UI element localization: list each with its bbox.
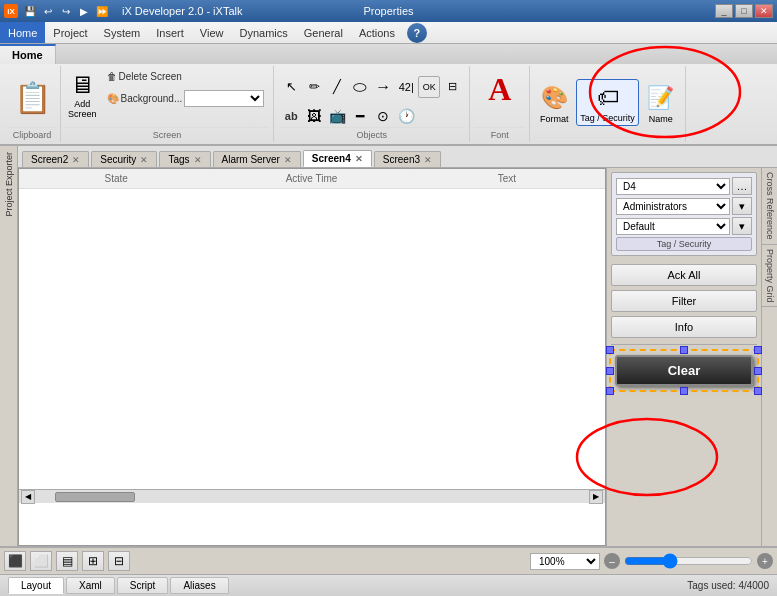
- ellipse-btn[interactable]: ⬭: [349, 76, 371, 98]
- clock-btn[interactable]: 🕐: [395, 105, 417, 127]
- menu-home[interactable]: Home: [0, 22, 45, 43]
- property-grid-label[interactable]: Property Grid: [762, 245, 777, 308]
- ts-more-btn[interactable]: …: [732, 177, 752, 195]
- menu-system[interactable]: System: [96, 22, 149, 43]
- handle-tm[interactable]: [680, 346, 688, 354]
- tab-screen4-close[interactable]: ✕: [355, 154, 363, 164]
- status-bar: Layout Xaml Script Aliases Tags used: 4/…: [0, 574, 777, 596]
- info-btn[interactable]: Info: [611, 316, 757, 338]
- align-center-btn[interactable]: ⬜: [30, 551, 52, 571]
- tab-security[interactable]: Security ✕: [91, 151, 157, 167]
- cursor-btn[interactable]: ↖: [280, 76, 302, 98]
- add-screen-btn[interactable]: 🖥 AddScreen: [65, 68, 100, 122]
- format-buttons: 🎨 Format 🏷 Tag / Security 📝 Name: [534, 68, 681, 137]
- project-exporter-label[interactable]: Project Exporter: [2, 150, 16, 219]
- numpad-btn[interactable]: 42|: [395, 76, 417, 98]
- format-btn[interactable]: 🎨 Format: [534, 79, 574, 127]
- extra-btn[interactable]: ⊟: [108, 551, 130, 571]
- lineh-btn[interactable]: ━: [349, 105, 371, 127]
- tab-security-close[interactable]: ✕: [140, 155, 148, 165]
- scroll-left[interactable]: ◀: [21, 490, 35, 504]
- title-bar: iX 💾 ↩ ↪ ▶ ⏩ iX Developer 2.0 - iXTalk P…: [0, 0, 777, 22]
- status-tab-xaml[interactable]: Xaml: [66, 577, 115, 594]
- menu-dynamics[interactable]: Dynamics: [231, 22, 295, 43]
- restore-btn[interactable]: □: [735, 4, 753, 18]
- tab-screen3[interactable]: Screen3 ✕: [374, 151, 441, 167]
- zoom-in-btn[interactable]: +: [757, 553, 773, 569]
- tab-screen4[interactable]: Screen4 ✕: [303, 150, 372, 167]
- tab-screen2-label: Screen2: [31, 154, 68, 165]
- tab-tags-close[interactable]: ✕: [194, 155, 202, 165]
- run-btn[interactable]: ▶: [76, 4, 92, 18]
- status-tab-script[interactable]: Script: [117, 577, 169, 594]
- handle-br[interactable]: [754, 387, 762, 395]
- dial-btn[interactable]: ⊙: [372, 105, 394, 127]
- screen-icon: 🖥: [70, 71, 94, 99]
- font-btn[interactable]: A: [474, 68, 525, 111]
- scrollbar-thumb-h[interactable]: [55, 492, 135, 502]
- bg-select[interactable]: [184, 90, 264, 107]
- more-btn[interactable]: ⊞: [82, 551, 104, 571]
- handle-bm[interactable]: [680, 387, 688, 395]
- clear-btn[interactable]: Clear: [615, 355, 753, 386]
- cross-reference-label[interactable]: Cross Reference: [762, 168, 777, 245]
- redo-btn[interactable]: ↪: [58, 4, 74, 18]
- monitor-btn[interactable]: 📺: [326, 105, 348, 127]
- ts-select-admin[interactable]: Administrators: [616, 198, 730, 215]
- line-btn[interactable]: ╱: [326, 76, 348, 98]
- ts-select-d4[interactable]: D4: [616, 178, 730, 195]
- pencil-btn[interactable]: ✏: [303, 76, 325, 98]
- tab-screen2-close[interactable]: ✕: [72, 155, 80, 165]
- scroll-right[interactable]: ▶: [589, 490, 603, 504]
- textbox-btn[interactable]: ab: [280, 105, 302, 127]
- handle-mr[interactable]: [754, 367, 762, 375]
- status-tab-aliases[interactable]: Aliases: [170, 577, 228, 594]
- slider-h-btn[interactable]: ⊟: [441, 76, 463, 98]
- debug-btn[interactable]: ⏩: [94, 4, 110, 18]
- ribbon-tab-home[interactable]: Home: [0, 44, 56, 64]
- menu-general[interactable]: General: [296, 22, 351, 43]
- ok-btn[interactable]: OK: [418, 76, 440, 98]
- handle-tr[interactable]: [754, 346, 762, 354]
- tab-alarm-close[interactable]: ✕: [284, 155, 292, 165]
- menu-insert[interactable]: Insert: [148, 22, 192, 43]
- image-btn[interactable]: 🖼: [303, 105, 325, 127]
- zoom-slider[interactable]: [624, 553, 753, 569]
- col-text: Text: [410, 171, 605, 186]
- text-align-btn[interactable]: ▤: [56, 551, 78, 571]
- minimize-btn[interactable]: _: [715, 4, 733, 18]
- zoom-select[interactable]: 100%: [530, 553, 600, 570]
- background-row[interactable]: 🎨 Background...: [102, 87, 270, 110]
- tab-tags[interactable]: Tags ✕: [159, 151, 210, 167]
- scrollbar-h[interactable]: ◀ ▶: [19, 489, 605, 503]
- ts-more-btn2[interactable]: ▾: [732, 197, 752, 215]
- tag-security-btn[interactable]: 🏷 Tag / Security: [576, 79, 639, 127]
- delete-screen-btn[interactable]: 🗑 Delete Screen: [102, 68, 270, 85]
- zoom-out-btn[interactable]: –: [604, 553, 620, 569]
- ts-select-default[interactable]: Default: [616, 218, 730, 235]
- tab-alarm-server[interactable]: Alarm Server ✕: [213, 151, 301, 167]
- clipboard-buttons: 📋: [8, 68, 56, 127]
- menu-actions[interactable]: Actions: [351, 22, 403, 43]
- bg-label: Background...: [121, 93, 183, 104]
- tab-screen3-close[interactable]: ✕: [424, 155, 432, 165]
- filter-btn[interactable]: Filter: [611, 290, 757, 312]
- close-btn[interactable]: ✕: [755, 4, 773, 18]
- handle-tl[interactable]: [606, 346, 614, 354]
- ack-all-btn[interactable]: Ack All: [611, 264, 757, 286]
- menu-project[interactable]: Project: [45, 22, 95, 43]
- clipboard-btn[interactable]: 📋: [8, 74, 56, 122]
- help-btn[interactable]: ?: [407, 23, 427, 43]
- quick-save-btn[interactable]: 💾: [22, 4, 38, 18]
- status-tab-layout[interactable]: Layout: [8, 577, 64, 594]
- align-left-btn[interactable]: ⬛: [4, 551, 26, 571]
- menu-view[interactable]: View: [192, 22, 232, 43]
- arrow-btn[interactable]: →: [372, 76, 394, 98]
- ts-more-btn3[interactable]: ▾: [732, 217, 752, 235]
- name-btn[interactable]: 📝 Name: [641, 79, 681, 127]
- canvas-body[interactable]: [19, 189, 605, 489]
- undo-btn[interactable]: ↩: [40, 4, 56, 18]
- handle-ml[interactable]: [606, 367, 614, 375]
- handle-bl[interactable]: [606, 387, 614, 395]
- tab-screen2[interactable]: Screen2 ✕: [22, 151, 89, 167]
